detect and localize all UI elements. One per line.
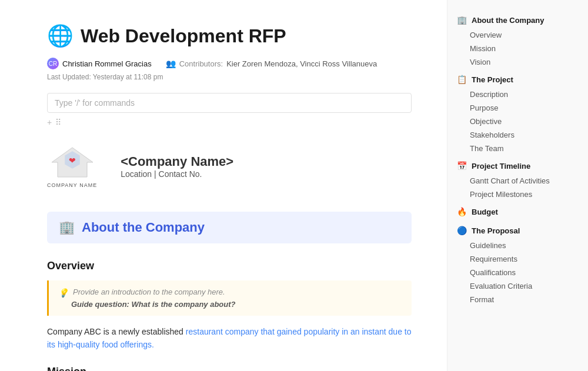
overview-body: Company ABC is a newly established resta… <box>47 325 412 352</box>
sidebar-label-the-project: The Project <box>472 75 513 84</box>
company-logo-label: COMPANY NAME <box>47 182 97 188</box>
sidebar-icon-budget: 🔥 <box>457 207 467 216</box>
sidebar-item[interactable]: Vision <box>447 55 588 69</box>
hint-line2: Guide question: What is the company abou… <box>58 300 402 309</box>
sidebar-item[interactable]: Format <box>447 293 588 306</box>
banner-icon: 🏢 <box>59 220 75 235</box>
avatar: CR <box>47 58 59 69</box>
sidebar-section-header-about-company[interactable]: 🏢About the Company <box>447 12 588 28</box>
author-name[interactable]: Christian Rommel Gracias <box>62 59 152 68</box>
hint-box: 💡 Provide an introduction to the company… <box>47 280 412 316</box>
company-logo: ❤ COMPANY NAME <box>47 145 97 188</box>
mission-heading: Mission <box>47 366 412 371</box>
last-updated: Last Updated: Yesterday at 11:08 pm <box>47 73 412 81</box>
about-company-banner: 🏢 About the Company <box>47 212 412 243</box>
company-details: Location | Contact No. <box>121 169 233 179</box>
sidebar-label-project-timeline: Project Timeline <box>472 162 530 171</box>
overview-section: Overview 💡 Provide an introduction to th… <box>47 260 412 352</box>
sidebar-section-project-timeline: 📅Project TimelineGantt Chart of Activiti… <box>447 158 588 201</box>
sidebar-item[interactable]: Project Milestones <box>447 188 588 201</box>
contributors-section: 👥 Contributors: Kier Zoren Mendoza, Vinc… <box>166 59 377 68</box>
sidebar-icon-the-proposal: 🔵 <box>457 226 467 235</box>
sidebar-item[interactable]: Guidelines <box>447 239 588 252</box>
sidebar-item[interactable]: Gantt Chart of Activities <box>447 174 588 188</box>
contributors-label: Contributors: <box>179 59 223 68</box>
sidebar-label-the-proposal: The Proposal <box>472 226 520 235</box>
sidebar-item[interactable]: Requirements <box>447 252 588 266</box>
sidebar-section-about-company: 🏢About the CompanyOverviewMissionVision <box>447 12 588 69</box>
mission-section: Mission <box>47 366 412 371</box>
bulb-icon: 💡 <box>58 288 68 298</box>
sidebar: 🏢About the CompanyOverviewMissionVision📋… <box>447 0 588 371</box>
command-input[interactable]: Type '/' for commands <box>47 93 412 113</box>
drag-icon[interactable]: ⠿ <box>55 118 61 127</box>
sidebar-item[interactable]: Stakeholders <box>447 128 588 142</box>
sidebar-section-the-project: 📋The ProjectDescriptionPurposeObjectiveS… <box>447 71 588 155</box>
sidebar-section-the-proposal: 🔵The ProposalGuidelinesRequirementsQuali… <box>447 222 588 306</box>
logo-svg: ❤ <box>49 145 96 180</box>
add-icon[interactable]: + <box>47 118 52 127</box>
sidebar-label-budget: Budget <box>472 208 498 216</box>
author-section: CR Christian Rommel Gracias <box>47 58 152 69</box>
company-header-block: ❤ COMPANY NAME <Company Name> Location |… <box>47 139 412 194</box>
contributors-icon: 👥 <box>166 59 176 68</box>
banner-title: About the Company <box>82 220 205 235</box>
sidebar-icon-project-timeline: 📅 <box>457 161 467 171</box>
sidebar-item[interactable]: Overview <box>447 28 588 42</box>
sidebar-section-header-the-project[interactable]: 📋The Project <box>447 71 588 88</box>
page-icon: 🌐 <box>47 24 74 48</box>
add-row: + ⠿ <box>47 118 412 127</box>
sidebar-section-budget: 🔥Budget <box>447 203 588 220</box>
sidebar-item[interactable]: Mission <box>447 42 588 55</box>
sidebar-section-header-the-proposal[interactable]: 🔵The Proposal <box>447 222 588 239</box>
meta-row: CR Christian Rommel Gracias 👥 Contributo… <box>47 58 412 69</box>
hint-line1: 💡 Provide an introduction to the company… <box>58 288 402 298</box>
sidebar-item[interactable]: Purpose <box>447 101 588 115</box>
overview-heading: Overview <box>47 260 412 272</box>
sidebar-item[interactable]: Description <box>447 88 588 101</box>
company-info: <Company Name> Location | Contact No. <box>121 154 233 179</box>
page-title: Web Development RFP <box>81 25 286 47</box>
sidebar-item[interactable]: The Team <box>447 142 588 155</box>
body-text-part1: Company ABC is a newly established <box>47 327 186 336</box>
sidebar-icon-about-company: 🏢 <box>457 15 467 25</box>
sidebar-label-about-company: About the Company <box>472 16 544 25</box>
sidebar-item[interactable]: Objective <box>447 115 588 128</box>
sidebar-section-header-budget[interactable]: 🔥Budget <box>447 203 588 220</box>
company-name: <Company Name> <box>121 154 233 169</box>
sidebar-item[interactable]: Qualifications <box>447 266 588 279</box>
svg-text:❤: ❤ <box>69 156 76 165</box>
sidebar-icon-the-project: 📋 <box>457 75 467 84</box>
contributors-names: Kier Zoren Mendoza, Vincci Ross Villanue… <box>226 59 377 68</box>
sidebar-item[interactable]: Evaluation Criteria <box>447 279 588 293</box>
main-content: 🌐 Web Development RFP CR Christian Romme… <box>0 0 447 371</box>
page-title-row: 🌐 Web Development RFP <box>47 24 412 48</box>
command-input-placeholder: Type '/' for commands <box>55 98 135 108</box>
sidebar-section-header-project-timeline[interactable]: 📅Project Timeline <box>447 158 588 174</box>
